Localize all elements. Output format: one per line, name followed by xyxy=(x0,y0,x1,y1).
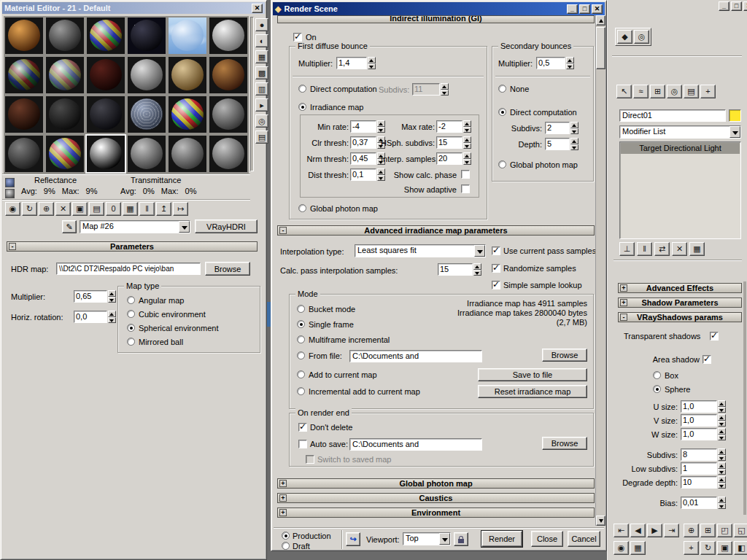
max-rate-spinner[interactable]: -2 xyxy=(436,120,471,133)
spinner-down-icon[interactable] xyxy=(570,144,578,151)
spinner-up-icon[interactable] xyxy=(718,400,726,407)
secondary-multiplier-value[interactable]: 0,5 xyxy=(536,57,565,69)
panel-hierarchy-icon[interactable]: ⊞ xyxy=(650,85,665,98)
zoom-extents-icon[interactable]: ◰ xyxy=(717,524,732,537)
secondary-multiplier-spinner[interactable]: 0,5 xyxy=(536,57,574,69)
collapse-icon[interactable]: - xyxy=(279,227,287,234)
spherical-environment-radio[interactable] xyxy=(127,324,135,332)
low-subdivs-spinner[interactable]: 1 xyxy=(681,462,726,475)
render-scene-titlebar[interactable]: ◆ Render Scene _ □ ✕ xyxy=(273,2,605,15)
material-slot[interactable] xyxy=(85,16,126,55)
dont-delete-checkbox[interactable] xyxy=(298,423,307,432)
spinner-up-icon[interactable] xyxy=(108,290,116,297)
material-slot[interactable] xyxy=(44,55,85,95)
make-preview-icon[interactable]: ▸ xyxy=(255,98,268,112)
maximize-button[interactable]: □ xyxy=(731,1,742,11)
material-slot[interactable] xyxy=(85,95,126,134)
min-rate-spinner[interactable]: -4 xyxy=(350,120,385,133)
spinner-up-icon[interactable] xyxy=(463,120,471,127)
spinner-up-icon[interactable] xyxy=(566,57,574,63)
put-to-scene-icon[interactable]: ↻ xyxy=(22,202,37,216)
go-forward-icon[interactable]: ↦ xyxy=(173,202,188,216)
spinner-down-icon[interactable] xyxy=(368,63,376,70)
vrayshadows-params-rollout[interactable]: - VRayShadows params xyxy=(618,312,742,322)
spinner-down-icon[interactable] xyxy=(108,317,116,324)
material-slot[interactable] xyxy=(4,55,44,95)
material-slot[interactable] xyxy=(85,55,126,95)
sample-type-icon[interactable]: ● xyxy=(255,18,268,31)
modifier-stack-list[interactable]: Target Directional Light xyxy=(619,141,741,239)
spinner-up-icon[interactable] xyxy=(718,476,726,483)
zoom-all-icon[interactable]: ⊞ xyxy=(700,524,716,537)
nrm-thresh-value[interactable]: 0,45 xyxy=(350,152,376,165)
spinner-up-icon[interactable] xyxy=(718,428,726,435)
parameters-rollout[interactable]: - Parameters xyxy=(7,241,258,252)
randomize-samples-checkbox[interactable] xyxy=(492,264,500,273)
spinner-down-icon[interactable] xyxy=(718,435,726,441)
collapse-icon[interactable]: - xyxy=(9,243,16,250)
make-unique-icon[interactable]: ⇄ xyxy=(654,242,670,256)
previous-frame-icon[interactable]: ◀ xyxy=(630,524,646,537)
panel-create-icon[interactable]: ↖ xyxy=(616,85,632,98)
play-icon[interactable]: ▶ xyxy=(647,524,662,537)
time-config-icon[interactable]: ▦ xyxy=(630,541,646,555)
none-radio[interactable] xyxy=(498,85,506,93)
material-slot[interactable] xyxy=(167,95,208,134)
hsph-subdivs-spinner[interactable]: 15 xyxy=(436,136,471,149)
preset-button[interactable]: ↪ xyxy=(346,532,360,546)
spinner-down-icon[interactable] xyxy=(463,159,471,166)
assign-to-selection-icon[interactable]: ⊕ xyxy=(39,202,54,216)
expand-icon[interactable]: + xyxy=(279,494,287,502)
global-photon-map-radio[interactable] xyxy=(298,204,306,212)
material-slot[interactable] xyxy=(126,55,167,95)
bias-spinner[interactable]: 0,01 xyxy=(681,497,726,509)
scroll-down-icon[interactable] xyxy=(596,516,605,526)
chevron-down-icon[interactable] xyxy=(474,245,485,257)
direct-computation-radio[interactable] xyxy=(298,85,306,93)
reset-irradiance-map-button[interactable]: Reset irradiance map xyxy=(478,385,587,398)
remove-modifier-icon[interactable]: ✕ xyxy=(672,242,687,256)
close-button[interactable]: ✕ xyxy=(743,1,747,11)
spinner-down-icon[interactable] xyxy=(473,270,481,276)
show-adaptive-checkbox[interactable] xyxy=(461,184,470,193)
material-id-icon[interactable]: 0 xyxy=(106,202,121,216)
light-color-swatch[interactable] xyxy=(729,109,741,122)
spinner-up-icon[interactable] xyxy=(463,152,471,159)
key-mode-icon[interactable]: ◉ xyxy=(614,541,629,555)
spinner-down-icon[interactable] xyxy=(108,297,116,303)
backlight-icon[interactable]: ◐ xyxy=(255,34,268,47)
spinner-up-icon[interactable] xyxy=(377,120,385,127)
chevron-down-icon[interactable] xyxy=(179,221,190,233)
go-to-start-icon[interactable]: ⇤ xyxy=(614,524,629,537)
hsph-subdivs-value[interactable]: 15 xyxy=(436,136,462,149)
advanced-irradiance-rollout[interactable]: - Advanced irradiance map parameters xyxy=(277,225,595,236)
material-slot[interactable] xyxy=(208,134,249,174)
region-zoom-icon[interactable]: ▣ xyxy=(717,541,732,555)
browse-button[interactable]: Browse xyxy=(542,349,587,362)
multiplier-value[interactable]: 0,65 xyxy=(74,290,107,303)
reset-map-icon[interactable]: ✕ xyxy=(55,202,71,216)
secondary-subdivs-spinner[interactable]: 2 xyxy=(545,122,578,134)
interpolation-type-combobox[interactable]: Least squares fit xyxy=(355,244,486,257)
environment-rollout[interactable]: + Environment xyxy=(277,508,595,518)
advanced-effects-rollout[interactable]: + Advanced Effects xyxy=(618,283,742,293)
spinner-down-icon[interactable] xyxy=(463,127,471,133)
spinner-down-icon[interactable] xyxy=(566,63,574,70)
uv-tiling-icon[interactable]: ▩ xyxy=(255,66,268,79)
u-size-value[interactable]: 1,0 xyxy=(681,400,717,413)
show-map-in-viewport-icon[interactable]: ▦ xyxy=(123,202,138,216)
production-radio[interactable] xyxy=(282,532,290,540)
show-calc-checkbox[interactable] xyxy=(461,170,470,179)
subdivs-value[interactable]: 8 xyxy=(681,448,717,461)
browse-button[interactable]: Browse xyxy=(205,262,250,276)
map-name-combobox[interactable]: Map #26 xyxy=(80,220,190,233)
area-shadow-checkbox[interactable] xyxy=(703,355,711,364)
background-icon[interactable]: ▦ xyxy=(255,50,268,63)
depth-value[interactable]: 5 xyxy=(545,138,570,150)
render-scene-dialog-icon[interactable]: ◆ xyxy=(617,30,632,44)
calc-pass-value[interactable]: 15 xyxy=(438,263,473,276)
close-button[interactable]: ✕ xyxy=(592,4,603,14)
map-type-button[interactable]: VRayHDRI xyxy=(195,219,258,233)
video-color-check-icon[interactable]: ▥ xyxy=(255,82,268,96)
subdivs-spinner[interactable]: 8 xyxy=(681,448,726,461)
